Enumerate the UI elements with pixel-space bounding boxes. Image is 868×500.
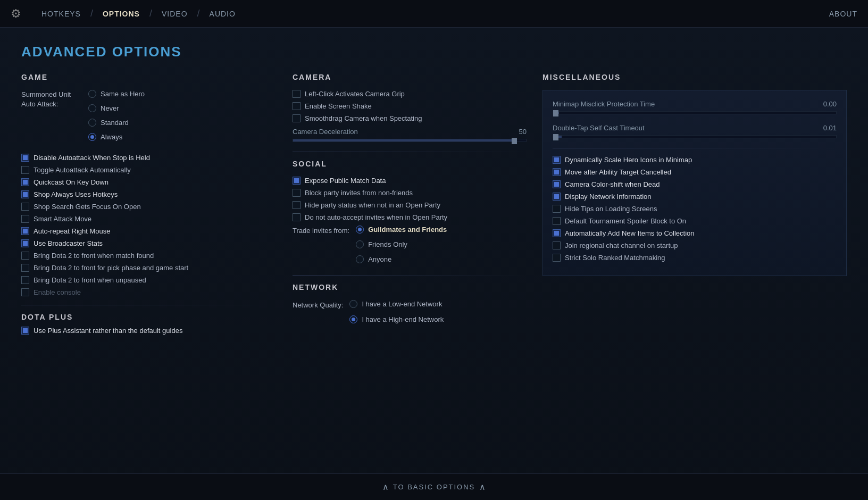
cb-auto-repeat[interactable]: Auto-repeat Right Mouse: [21, 227, 277, 235]
radio-never-input[interactable]: [88, 104, 96, 112]
cb-expose-match[interactable]: Expose Public Match Data: [293, 177, 527, 185]
cb-block-invites-input[interactable]: [293, 189, 301, 197]
cb-disable-autoattack-label: Disable Autoattack When Stop is Held: [34, 154, 150, 162]
cb-smart-attack-input[interactable]: [21, 215, 29, 223]
cb-quickcast-input[interactable]: [21, 178, 29, 186]
cb-auto-add-items-input[interactable]: [553, 229, 561, 237]
cb-dynamic-scale-label: Dynamically Scale Hero Icons in Minimap: [565, 156, 692, 164]
cb-auto-add-items[interactable]: Automatically Add New Items to Collectio…: [553, 229, 837, 237]
double-tap-value: 0.01: [823, 124, 837, 132]
cb-camera-grip-input[interactable]: [293, 90, 301, 98]
cb-plus-assistant-input[interactable]: [21, 327, 29, 335]
cb-display-network-input[interactable]: [553, 193, 561, 201]
cb-broadcaster-input[interactable]: [21, 239, 29, 247]
trade-anyone-radio[interactable]: [356, 255, 364, 263]
cb-hide-tips-label: Hide Tips on Loading Screens: [565, 205, 657, 213]
double-tap-thumb[interactable]: [553, 134, 558, 140]
cb-front-unpaused[interactable]: Bring Dota 2 to front when unpaused: [21, 276, 277, 284]
cb-display-network[interactable]: Display Network Information: [553, 193, 837, 201]
radio-same-as-hero[interactable]: Same as Hero: [88, 90, 145, 98]
cb-no-auto-accept[interactable]: Do not auto-accept invites when in Open …: [293, 213, 527, 221]
bottom-bar[interactable]: ∧ TO BASIC OPTIONS ∧: [0, 473, 868, 500]
cb-regional-chat[interactable]: Join regional chat channel on startup: [553, 241, 837, 249]
cb-shop-hotkeys[interactable]: Shop Always Uses Hotkeys: [21, 190, 277, 198]
cb-hide-tips[interactable]: Hide Tips on Loading Screens: [553, 205, 837, 213]
nav-audio[interactable]: AUDIO: [200, 10, 245, 18]
cb-front-pick[interactable]: Bring Dota 2 to front for pick phase and…: [21, 264, 277, 272]
cb-smoothdrag-input[interactable]: [293, 114, 301, 122]
cb-block-invites-label: Block party invites from non-friends: [305, 189, 413, 197]
cb-regional-chat-input[interactable]: [553, 241, 561, 249]
cb-enable-console[interactable]: Enable console: [21, 288, 277, 296]
dota-plus-section: DOTA PLUS Use Plus Assistant rather than…: [21, 305, 277, 335]
radio-always[interactable]: Always: [88, 133, 145, 141]
cb-broadcaster[interactable]: Use Broadcaster Stats: [21, 239, 277, 247]
cb-auto-repeat-input[interactable]: [21, 227, 29, 235]
cb-move-after-cancel-input[interactable]: [553, 168, 561, 176]
radio-same-as-hero-input[interactable]: [88, 90, 96, 98]
trade-guildmates[interactable]: Guildmates and Friends: [356, 226, 447, 234]
cb-enable-console-input[interactable]: [21, 288, 29, 296]
cb-tournament-spoiler-input[interactable]: [553, 217, 561, 225]
nav-options[interactable]: OPTIONS: [93, 10, 149, 18]
trade-row: Trade invites from: Guildmates and Frien…: [293, 226, 527, 268]
cb-screen-shake-label: Enable Screen Shake: [305, 102, 372, 110]
cb-expose-match-label: Expose Public Match Data: [305, 177, 386, 185]
cb-camera-colorshift[interactable]: Camera Color-shift when Dead: [553, 180, 837, 188]
cb-smart-attack[interactable]: Smart Attack Move: [21, 215, 277, 223]
cb-disable-autoattack-input[interactable]: [21, 154, 29, 162]
radio-standard[interactable]: Standard: [88, 119, 145, 127]
trade-guildmates-radio[interactable]: [356, 226, 364, 234]
trade-friends-only[interactable]: Friends Only: [356, 240, 447, 248]
nav-video[interactable]: VIDEO: [152, 10, 197, 18]
cb-screen-shake[interactable]: Enable Screen Shake: [293, 102, 527, 110]
trade-anyone[interactable]: Anyone: [356, 255, 447, 263]
cb-tournament-spoiler[interactable]: Default Tournament Spoiler Block to On: [553, 217, 837, 225]
radio-always-input[interactable]: [88, 133, 96, 141]
cb-front-pick-input[interactable]: [21, 264, 29, 272]
cb-expose-match-input[interactable]: [293, 177, 301, 185]
cb-front-unpaused-input[interactable]: [21, 276, 29, 284]
net-high-radio[interactable]: [349, 315, 357, 323]
net-low[interactable]: I have a Low-end Network: [349, 300, 444, 308]
camera-decel-track[interactable]: [293, 139, 527, 142]
cb-hide-party-status[interactable]: Hide party status when not in an Open Pa…: [293, 201, 527, 209]
cb-dynamic-scale-input[interactable]: [553, 156, 561, 164]
cb-screen-shake-input[interactable]: [293, 102, 301, 110]
net-high[interactable]: I have a High-end Network: [349, 315, 444, 323]
cb-front-match[interactable]: Bring Dota 2 to front when match found: [21, 252, 277, 260]
cb-hide-party-status-input[interactable]: [293, 201, 301, 209]
radio-never[interactable]: Never: [88, 104, 145, 112]
cb-toggle-autoattack-input[interactable]: [21, 166, 29, 174]
minimap-thumb[interactable]: [553, 110, 558, 116]
cb-strict-solo-input[interactable]: [553, 254, 561, 262]
cb-quickcast[interactable]: Quickcast On Key Down: [21, 178, 277, 186]
nav-hotkeys[interactable]: HOTKEYS: [32, 10, 90, 18]
cb-camera-colorshift-input[interactable]: [553, 180, 561, 188]
cb-plus-assistant[interactable]: Use Plus Assistant rather than the defau…: [21, 327, 277, 335]
cb-camera-grip[interactable]: Left-Click Activates Camera Grip: [293, 90, 527, 98]
cb-smoothdrag[interactable]: Smoothdrag Camera when Spectating: [293, 114, 527, 122]
radio-standard-input[interactable]: [88, 119, 96, 127]
cb-shop-hotkeys-input[interactable]: [21, 190, 29, 198]
cb-shop-focus[interactable]: Shop Search Gets Focus On Open: [21, 203, 277, 211]
cb-strict-solo[interactable]: Strict Solo Ranked Matchmaking: [553, 254, 837, 262]
cb-regional-chat-label: Join regional chat channel on startup: [565, 241, 678, 249]
cb-hide-tips-input[interactable]: [553, 205, 561, 213]
main-content: ADVANCED OPTIONS GAME Summoned UnitAuto …: [0, 28, 868, 500]
double-tap-track[interactable]: [553, 135, 837, 138]
cb-disable-autoattack[interactable]: Disable Autoattack When Stop is Held: [21, 154, 277, 162]
minimap-track[interactable]: [553, 111, 837, 114]
cb-front-match-input[interactable]: [21, 252, 29, 260]
nav-about[interactable]: ABOUT: [829, 10, 857, 18]
trade-friends-only-radio[interactable]: [356, 240, 364, 248]
cb-toggle-autoattack[interactable]: Toggle Autoattack Automatically: [21, 166, 277, 174]
cb-move-after-cancel[interactable]: Move after Ability Target Cancelled: [553, 168, 837, 176]
cb-shop-focus-input[interactable]: [21, 203, 29, 211]
radio-always-label: Always: [101, 133, 122, 141]
camera-decel-thumb[interactable]: [512, 138, 517, 144]
cb-block-invites[interactable]: Block party invites from non-friends: [293, 189, 527, 197]
net-low-radio[interactable]: [349, 300, 357, 308]
cb-dynamic-scale[interactable]: Dynamically Scale Hero Icons in Minimap: [553, 156, 837, 164]
cb-no-auto-accept-input[interactable]: [293, 213, 301, 221]
